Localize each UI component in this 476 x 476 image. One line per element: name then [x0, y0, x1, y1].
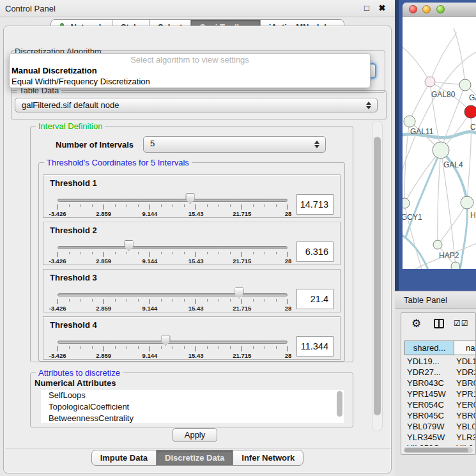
float-window-icon[interactable]: □: [362, 3, 372, 13]
node-label-gal80: GAL80: [431, 90, 456, 99]
network-window: GAL80 GA GAL11 C GAL4 GCY1 H HAP2: [395, 0, 476, 291]
zoom-traffic-light-icon[interactable]: [436, 5, 445, 13]
table-row[interactable]: YBL079WYBL0: [404, 421, 476, 432]
combo-arrows-icon: [366, 102, 371, 109]
apply-button[interactable]: Apply: [173, 428, 217, 442]
threshold-1-value-field[interactable]: [296, 194, 334, 215]
table-row[interactable]: YLR345WYLR3: [404, 432, 476, 443]
table-data-selected-value: galFiltered.sif default node: [22, 98, 119, 112]
tab-infer-network[interactable]: Infer Network: [233, 450, 303, 466]
cell: YER054C: [407, 399, 444, 410]
network-window-titlebar[interactable]: [403, 3, 476, 17]
cell: YIL0: [456, 443, 473, 446]
column-header-shared[interactable]: shared...: [404, 341, 454, 355]
node-label-ga-partial: GA: [469, 93, 476, 102]
table-row[interactable]: YBR045CYBR0: [404, 410, 476, 421]
network-canvas[interactable]: GAL80 GA GAL11 C GAL4 GCY1 H HAP2: [403, 17, 476, 269]
node-gal4[interactable]: [433, 142, 449, 158]
cell: YBR0: [456, 378, 476, 388]
cell: YBL0: [456, 421, 476, 432]
node-gcy1[interactable]: [403, 198, 410, 208]
table-panel-titlebar: Table Panel: [395, 291, 476, 309]
table-row[interactable]: YBR043CYBR0: [404, 378, 476, 388]
tab-impute-data[interactable]: Impute Data: [91, 450, 157, 466]
right-region: GAL80 GA GAL11 C GAL4 GCY1 H HAP2 Table …: [395, 0, 476, 476]
attributes-group-label: Attributes to discretize: [36, 368, 123, 378]
cell: YBR045C: [407, 410, 444, 421]
tick-label: 9.144: [142, 352, 158, 359]
minimize-traffic-light-icon[interactable]: [422, 5, 431, 13]
threshold-3-row: Threshold 3 -3.426 2.859 9.144 15.43: [43, 269, 341, 312]
panel-divider: [5, 448, 391, 449]
threshold-2-row: Threshold 2 -3.426 2.859 9.144 15.43: [43, 222, 341, 265]
threshold-3-slider[interactable]: -3.426 2.859 9.144 15.43 21.715 28: [58, 285, 288, 313]
table-row[interactable]: YIL052CYIL0: [404, 443, 476, 446]
threshold-1-thumb[interactable]: [185, 193, 195, 204]
threshold-3-value-field[interactable]: [296, 289, 334, 309]
tick-label: 9.144: [142, 210, 158, 217]
tick-label: 21.715: [233, 305, 251, 312]
popup-option-equal-width-frequency[interactable]: Equal Width/Frequency Discretization: [12, 77, 150, 86]
close-traffic-light-icon[interactable]: [409, 5, 417, 13]
scrollbar-thumb[interactable]: [374, 137, 381, 415]
node-label-gal11: GAL11: [410, 127, 434, 136]
attributes-list-scrollbar[interactable]: [337, 391, 342, 417]
list-item-selfloops[interactable]: SelfLoops: [41, 390, 344, 401]
node-partial-bottom[interactable]: [451, 262, 460, 269]
cell: YBL079W: [407, 421, 445, 432]
node-red-selected[interactable]: [464, 105, 476, 118]
table-horizontal-scrollbar[interactable]: [404, 447, 473, 453]
gear-icon[interactable]: ⚙: [411, 317, 421, 330]
column-header-name[interactable]: na: [454, 341, 476, 355]
table-row[interactable]: YER054CYER0: [404, 399, 476, 410]
cell: YDL1: [456, 356, 476, 367]
threshold-2-thumb[interactable]: [124, 240, 134, 251]
threshold-4-value-field[interactable]: [296, 336, 334, 357]
checkbox-icons[interactable]: ☑☑: [454, 319, 469, 328]
list-item-topologicalcoefficient[interactable]: TopologicalCoefficient: [41, 401, 344, 413]
tick-label: -3.426: [49, 257, 66, 265]
cell: YDR27...: [407, 367, 441, 378]
table-row[interactable]: YDR27...YDR2: [404, 367, 476, 378]
numerical-attributes-label: Numerical Attributes: [35, 378, 116, 388]
node-gal11[interactable]: [404, 116, 415, 127]
attributes-to-discretize-group: Attributes to discretize Numerical Attri…: [30, 372, 353, 427]
interval-definition-group: Interval Definition Number of Intervals …: [30, 126, 353, 362]
popup-option-manual-discretization[interactable]: Manual Discretization: [12, 66, 97, 75]
tick-label: 15.43: [188, 305, 204, 312]
table-row[interactable]: YPR145WYPR1: [404, 388, 476, 399]
threshold-4-thumb[interactable]: [161, 335, 171, 346]
table-data-combobox[interactable]: galFiltered.sif default node: [15, 98, 378, 112]
threshold-2-slider[interactable]: -3.426 2.859 9.144 15.43 21.715 28: [58, 238, 288, 266]
node-attribute-table[interactable]: shared... na YDL19...YDL1 YDR27...YDR2 Y…: [404, 341, 476, 446]
threshold-4-slider[interactable]: -3.426 2.859 9.144 15.43 21.715 28: [58, 332, 288, 360]
popup-hint-text: Select algorithm to view settings: [10, 55, 370, 65]
list-item-betweennesscentrality[interactable]: BetweennessCentrality: [41, 413, 344, 423]
tab-discretize-data[interactable]: Discretize Data: [156, 450, 233, 466]
threshold-3-thumb[interactable]: [234, 288, 244, 298]
cell: YLR345W: [407, 432, 445, 443]
tick-label: 2.859: [96, 352, 111, 359]
threshold-2-value-field[interactable]: [296, 242, 334, 262]
table-row[interactable]: YDL19...YDL1: [404, 356, 476, 367]
node-partial-top-right[interactable]: [459, 79, 471, 91]
settings-vertical-scrollbar[interactable]: [372, 121, 383, 431]
number-of-intervals-label: Number of Intervals: [56, 140, 134, 150]
tick-label: 2.859: [96, 257, 111, 265]
node-h[interactable]: [461, 196, 473, 209]
threshold-1-slider[interactable]: -3.426 2.859 9.144 15.43 21.715 28: [58, 190, 288, 219]
threshold-1-row: Threshold 1 -3.426 2.859 9.144 15.43: [43, 174, 341, 218]
column-layout-icon[interactable]: [434, 319, 444, 328]
node-hap2[interactable]: [433, 240, 442, 249]
close-window-icon[interactable]: ✖: [377, 3, 387, 13]
tick-label: 9.144: [142, 257, 158, 265]
slider-tick-labels: -3.426 2.859 9.144 15.43 21.715 28: [58, 257, 288, 265]
node-gal80[interactable]: [425, 77, 435, 87]
scrollbar-thumb[interactable]: [404, 448, 468, 452]
tick-label: 21.715: [233, 352, 251, 359]
tick-label: -3.426: [49, 210, 66, 217]
table-panel-title: Table Panel: [404, 291, 447, 309]
number-of-intervals-value: 5: [150, 137, 155, 150]
number-of-intervals-spinner[interactable]: 5: [143, 136, 326, 153]
interval-definition-label: Interval Definition: [36, 121, 105, 131]
